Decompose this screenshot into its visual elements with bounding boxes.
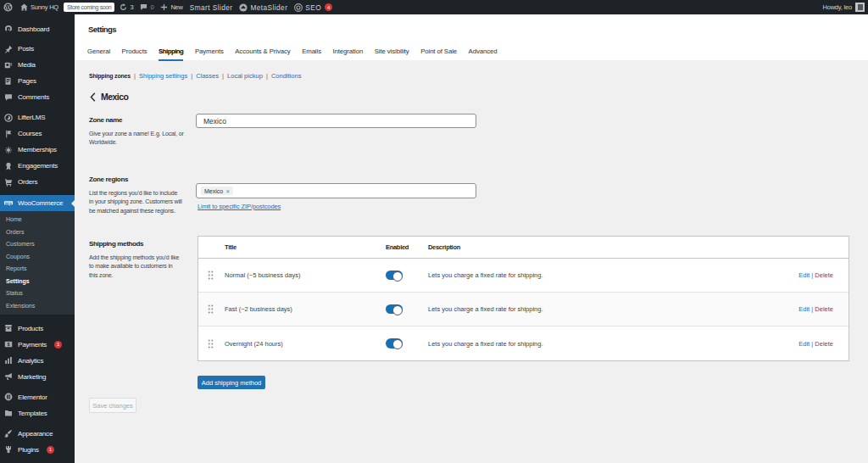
svg-text:$: $ <box>8 342 10 347</box>
